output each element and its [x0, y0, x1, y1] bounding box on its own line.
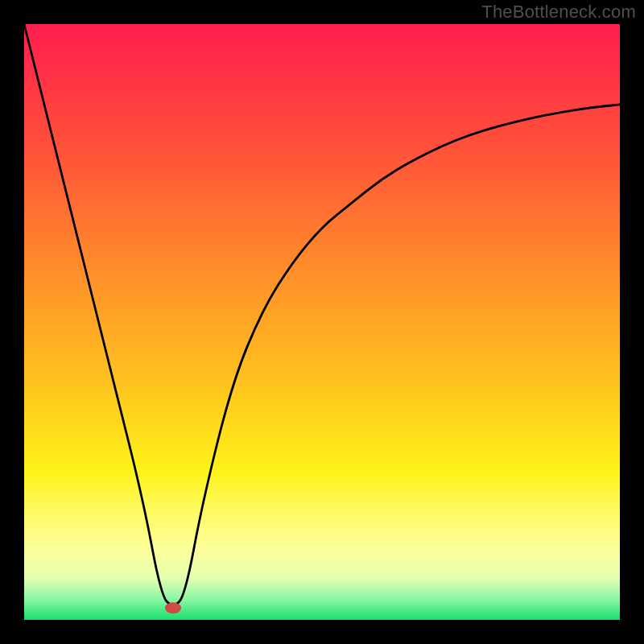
chart-background	[24, 24, 620, 620]
marker-point	[165, 602, 181, 613]
chart-svg	[24, 24, 620, 620]
chart-plot	[24, 24, 620, 620]
chart-frame: TheBottleneck.com	[0, 0, 644, 644]
watermark-text: TheBottleneck.com	[481, 2, 636, 23]
